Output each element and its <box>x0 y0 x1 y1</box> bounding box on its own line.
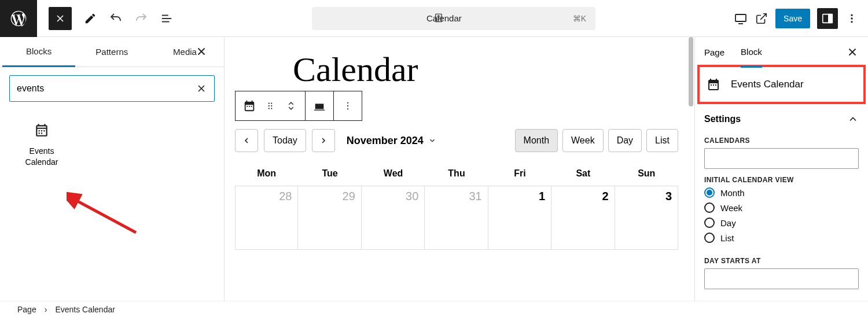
canvas-scrollbar[interactable] <box>689 37 693 301</box>
block-result-events-calendar[interactable]: Events Calendar <box>7 123 76 168</box>
day-header: Sat <box>551 161 615 186</box>
close-inserter-button[interactable] <box>49 7 72 30</box>
day-header: Mon <box>235 161 298 186</box>
block-search-input[interactable] <box>17 83 196 94</box>
radio-list[interactable]: List <box>704 233 859 243</box>
settings-section-toggle[interactable]: Settings <box>695 106 868 132</box>
calendar-block-icon[interactable] <box>242 99 256 113</box>
radio-day[interactable]: Day <box>704 218 859 228</box>
calendar-head: Mon Tue Wed Thu Fri Sat Sun <box>235 161 678 186</box>
svg-point-16 <box>347 105 348 106</box>
save-button[interactable]: Save <box>775 9 810 28</box>
settings-sidebar-toggle[interactable] <box>817 8 838 29</box>
day-header: Fri <box>488 161 551 186</box>
radio-month[interactable]: Month <box>704 187 859 198</box>
outline-icon[interactable] <box>160 12 174 25</box>
day-header: Wed <box>362 161 425 186</box>
view-day-button[interactable]: Day <box>608 129 642 152</box>
block-toolbar <box>235 91 362 121</box>
clear-search-icon[interactable] <box>196 83 207 94</box>
svg-rect-3 <box>829 14 832 23</box>
block-card-highlight: Events Calendar <box>697 65 866 104</box>
today-button[interactable]: Today <box>264 129 306 152</box>
view-list-button[interactable]: List <box>646 129 678 152</box>
svg-point-11 <box>271 105 272 106</box>
calendar-icon <box>7 123 76 138</box>
calendar-cell[interactable]: 29 <box>298 186 361 250</box>
day-header: Tue <box>298 161 361 186</box>
more-block-icon[interactable] <box>341 99 355 113</box>
view-switch: Month Week Day List <box>515 129 678 152</box>
calendars-input[interactable] <box>704 148 859 169</box>
calendar-grid: Mon Tue Wed Thu Fri Sat Sun 28 29 30 31 … <box>235 161 678 250</box>
tab-media[interactable]: Media <box>148 37 221 67</box>
view-week-button[interactable]: Week <box>562 129 604 152</box>
calendars-label: CALENDARS <box>695 137 868 145</box>
block-search-input-wrapper <box>9 75 215 102</box>
day-starts-at-input[interactable] <box>704 268 859 289</box>
day-starts-at-label: DAY STARTS AT <box>695 257 868 265</box>
next-month-button[interactable] <box>312 129 335 152</box>
tab-block[interactable]: Block <box>741 38 762 68</box>
block-inserter-panel: Blocks Patterns Media Events Calendar <box>0 37 225 301</box>
svg-rect-14 <box>315 104 324 109</box>
wordpress-logo[interactable] <box>0 0 37 37</box>
chevron-right-icon: › <box>45 305 47 314</box>
move-updown-icon[interactable] <box>284 99 298 113</box>
sidebar-tabs: Page Block <box>695 37 868 67</box>
prev-month-button[interactable] <box>235 129 258 152</box>
breadcrumb: Page › Events Calendar <box>0 301 868 317</box>
day-header: Thu <box>425 161 488 186</box>
initial-view-label: INITIAL CALENDAR VIEW <box>695 176 868 184</box>
svg-point-4 <box>851 14 852 16</box>
calendar-cell[interactable]: 3 <box>615 186 678 250</box>
redo-icon[interactable] <box>134 12 148 25</box>
chevron-up-icon <box>847 113 859 125</box>
svg-point-10 <box>269 105 270 106</box>
document-bar-button[interactable]: Calendar ⌘K <box>312 7 595 30</box>
svg-point-8 <box>269 102 270 104</box>
calendar-cell[interactable]: 28 <box>235 186 298 250</box>
svg-point-9 <box>271 102 272 104</box>
inserter-tabs: Blocks Patterns Media <box>0 37 224 67</box>
page-title[interactable]: Calendar <box>293 50 678 90</box>
svg-point-17 <box>347 108 348 109</box>
svg-point-15 <box>347 102 348 104</box>
undo-icon[interactable] <box>109 12 123 25</box>
svg-rect-1 <box>735 14 746 21</box>
view-month-button[interactable]: Month <box>515 129 558 152</box>
tab-blocks[interactable]: Blocks <box>2 38 75 67</box>
svg-point-13 <box>271 108 272 109</box>
view-icon[interactable] <box>734 12 748 25</box>
close-sidebar-icon[interactable] <box>846 46 859 58</box>
month-label[interactable]: November 2024 <box>347 135 436 147</box>
calendar-cell[interactable]: 30 <box>362 186 425 250</box>
breadcrumb-root[interactable]: Page <box>17 305 36 314</box>
annotation-arrow <box>67 192 142 238</box>
more-options-icon[interactable] <box>845 12 859 25</box>
radio-week[interactable]: Week <box>704 202 859 213</box>
align-icon[interactable] <box>312 99 326 113</box>
block-card-title: Events Calendar <box>731 79 804 90</box>
editor-topbar: Calendar ⌘K Save <box>0 0 868 37</box>
calendar-cell[interactable]: 1 <box>488 186 551 250</box>
svg-point-5 <box>851 17 852 19</box>
calendar-body: 28 29 30 31 1 2 3 <box>235 186 678 250</box>
calendar-cell[interactable]: 2 <box>551 186 615 250</box>
svg-line-7 <box>73 199 136 233</box>
day-header: Sun <box>615 161 678 186</box>
tab-page[interactable]: Page <box>704 37 724 67</box>
close-icon[interactable] <box>195 45 208 58</box>
calendar-cell[interactable]: 31 <box>425 186 488 250</box>
command-shortcut: ⌘K <box>573 14 586 23</box>
toolbar-left-tools <box>83 12 174 25</box>
drag-handle-icon[interactable] <box>263 99 277 113</box>
svg-point-6 <box>851 21 852 23</box>
initial-view-radios: Month Week Day List <box>695 184 868 252</box>
page-icon <box>433 13 445 24</box>
tab-patterns[interactable]: Patterns <box>75 37 148 67</box>
editor-canvas: Calendar Today November 2024 Month Week … <box>225 37 689 301</box>
breadcrumb-current[interactable]: Events Calendar <box>55 305 115 314</box>
external-link-icon[interactable] <box>755 12 768 25</box>
edit-icon[interactable] <box>83 12 97 25</box>
